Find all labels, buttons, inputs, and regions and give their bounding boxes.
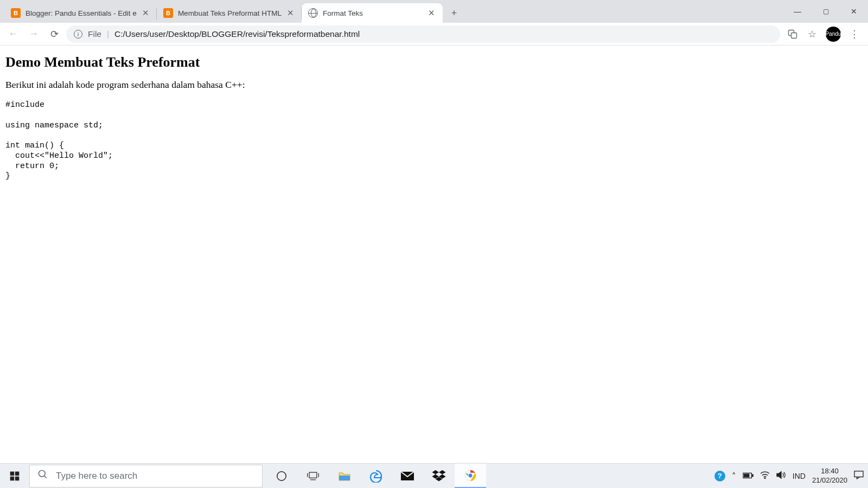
edge-icon[interactable] bbox=[360, 464, 392, 488]
window-minimize-button[interactable]: — bbox=[783, 0, 812, 23]
taskbar-clock[interactable]: 18:40 21/02/2020 bbox=[812, 467, 847, 485]
svg-rect-25 bbox=[744, 474, 749, 477]
volume-icon[interactable] bbox=[776, 471, 786, 481]
windows-taskbar: Type here to search ? ˄ bbox=[0, 463, 868, 488]
url-path: C:/Users/user/Desktop/BLOGGER/revisi/Tek… bbox=[114, 29, 360, 39]
tray-chevron-up-icon[interactable]: ˄ bbox=[732, 471, 736, 481]
browser-tabstrip: B Blogger: Pandu Essentials - Edit e ✕ B… bbox=[0, 0, 868, 23]
tab-title: Blogger: Pandu Essentials - Edit e bbox=[25, 9, 137, 17]
tab-format-teks[interactable]: Format Teks ✕ bbox=[302, 3, 443, 23]
blogger-icon: B bbox=[163, 8, 173, 18]
clock-time: 18:40 bbox=[812, 467, 847, 476]
battery-icon[interactable] bbox=[743, 471, 754, 480]
page-content: Demo Membuat Teks Preformat Berikut ini … bbox=[0, 46, 868, 187]
task-view-icon[interactable] bbox=[297, 464, 329, 488]
svg-point-26 bbox=[764, 478, 765, 479]
page-paragraph: Berikut ini adalah kode program sederhan… bbox=[5, 79, 863, 91]
svg-rect-5 bbox=[15, 476, 20, 480]
close-icon[interactable]: ✕ bbox=[142, 8, 150, 18]
chrome-menu-icon[interactable]: ⋮ bbox=[848, 28, 860, 40]
close-icon[interactable]: ✕ bbox=[427, 8, 436, 18]
search-icon bbox=[37, 469, 48, 483]
input-language[interactable]: IND bbox=[793, 472, 806, 480]
tab-preformat-html[interactable]: B Membuat Teks Preformat HTML ✕ bbox=[157, 3, 302, 23]
tab-title: Format Teks bbox=[323, 9, 423, 17]
tab-blogger-editor[interactable]: B Blogger: Pandu Essentials - Edit e ✕ bbox=[4, 3, 157, 23]
cortana-icon[interactable] bbox=[266, 464, 297, 488]
bookmark-star-icon[interactable]: ☆ bbox=[806, 28, 818, 40]
page-heading: Demo Membuat Teks Preformat bbox=[5, 54, 863, 70]
window-close-button[interactable]: ✕ bbox=[840, 0, 868, 23]
help-icon[interactable]: ? bbox=[714, 471, 725, 481]
browser-toolbar: ← → ⟳ i File | C:/Users/user/Desktop/BLO… bbox=[0, 23, 868, 46]
url-separator: | bbox=[107, 29, 109, 39]
close-icon[interactable]: ✕ bbox=[286, 8, 295, 18]
dropbox-icon[interactable] bbox=[423, 464, 455, 488]
taskbar-search-input[interactable]: Type here to search bbox=[29, 465, 263, 487]
profile-avatar[interactable]: Pandu bbox=[826, 27, 841, 42]
window-maximize-button[interactable]: ▢ bbox=[812, 0, 840, 23]
clock-date: 21/02/2020 bbox=[812, 476, 847, 485]
system-tray: ? ˄ IND 18:40 21/02/2020 bbox=[714, 467, 868, 485]
address-bar[interactable]: i File | C:/Users/user/Desktop/BLOGGER/r… bbox=[66, 25, 780, 43]
action-center-icon[interactable] bbox=[854, 471, 864, 481]
svg-line-7 bbox=[44, 476, 47, 478]
svg-rect-2 bbox=[10, 471, 15, 476]
back-button[interactable]: ← bbox=[4, 25, 22, 43]
toolbar-right-icons: ☆ Pandu ⋮ bbox=[783, 27, 864, 42]
new-tab-button[interactable]: + bbox=[446, 5, 462, 21]
svg-rect-3 bbox=[15, 471, 20, 476]
svg-rect-9 bbox=[309, 472, 317, 478]
svg-rect-28 bbox=[854, 471, 863, 477]
translate-icon[interactable] bbox=[787, 28, 799, 40]
svg-marker-16 bbox=[439, 470, 446, 474]
reload-button[interactable]: ⟳ bbox=[46, 25, 63, 43]
file-explorer-icon[interactable] bbox=[329, 464, 360, 488]
svg-point-6 bbox=[39, 471, 46, 477]
taskbar-pinned-apps bbox=[266, 464, 486, 488]
svg-marker-15 bbox=[432, 470, 439, 474]
wifi-icon[interactable] bbox=[760, 471, 770, 480]
url-scheme: File bbox=[88, 29, 101, 39]
svg-rect-24 bbox=[752, 474, 753, 477]
site-info-icon[interactable]: i bbox=[74, 30, 82, 38]
globe-icon bbox=[308, 8, 318, 18]
tab-title: Membuat Teks Preformat HTML bbox=[178, 9, 282, 17]
svg-point-8 bbox=[277, 471, 286, 480]
tabs-container: B Blogger: Pandu Essentials - Edit e ✕ B… bbox=[0, 0, 462, 23]
svg-rect-13 bbox=[339, 476, 350, 480]
search-placeholder: Type here to search bbox=[56, 471, 137, 481]
svg-rect-4 bbox=[10, 476, 15, 480]
svg-point-22 bbox=[468, 473, 473, 477]
chrome-icon[interactable] bbox=[455, 464, 486, 488]
page-code-block: #include using namespace std; int main()… bbox=[5, 100, 863, 182]
blogger-icon: B bbox=[11, 8, 21, 18]
svg-rect-1 bbox=[792, 33, 797, 38]
start-button[interactable] bbox=[0, 464, 29, 488]
svg-marker-27 bbox=[777, 472, 781, 478]
mail-icon[interactable] bbox=[392, 464, 423, 488]
window-controls: — ▢ ✕ bbox=[783, 0, 868, 23]
forward-button[interactable]: → bbox=[25, 25, 42, 43]
